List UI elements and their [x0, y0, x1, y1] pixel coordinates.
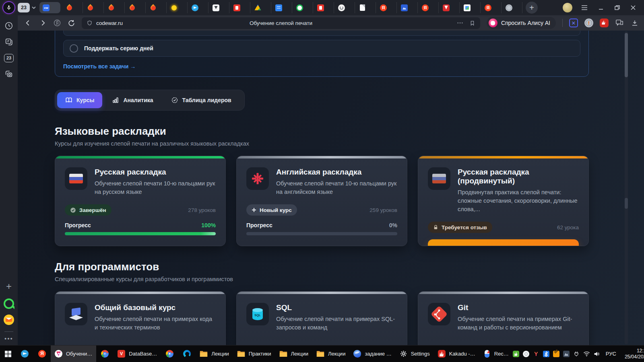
notes-icon[interactable]: [2, 35, 15, 48]
minimize-button[interactable]: [598, 5, 604, 10]
orange-tool-tray-icon[interactable]: [553, 351, 559, 357]
browser-tab[interactable]: [376, 2, 397, 13]
extension-kakadu-icon[interactable]: [600, 19, 609, 27]
flame-favicon-icon: [66, 4, 73, 11]
browser-tab[interactable]: [355, 2, 376, 13]
browser-tab[interactable]: [481, 2, 502, 13]
yandex-search-icon[interactable]: [53, 19, 61, 27]
extension-x-icon[interactable]: ✕: [569, 19, 578, 27]
history-icon[interactable]: [2, 19, 15, 32]
browser-tab[interactable]: [104, 2, 125, 13]
taskbar-app-database[interactable]: DataBase…: [114, 346, 161, 362]
white-ring-tray-icon[interactable]: [523, 351, 529, 357]
active-browser-tab[interactable]: cw: [39, 2, 60, 13]
browser-tab[interactable]: [188, 2, 208, 13]
plug-icon[interactable]: [573, 351, 580, 357]
browser-tab[interactable]: [313, 2, 334, 13]
all-tabs-icon[interactable]: 23: [2, 51, 15, 64]
ask-alice-button[interactable]: Спросить Алису AI: [487, 17, 556, 29]
browser-tab[interactable]: [125, 2, 146, 13]
address-bar[interactable]: codewar.ru Обучение слепой печати: [82, 17, 480, 29]
start-button[interactable]: [0, 346, 16, 362]
browser-tab[interactable]: [292, 2, 313, 13]
browser-tab[interactable]: [229, 2, 250, 13]
browser-tab[interactable]: [208, 2, 229, 13]
taskbar-app-assignment[interactable]: задание …: [349, 346, 395, 362]
taskbar-folder-lectures-1[interactable]: Лекции: [196, 346, 233, 362]
page-scrollbar[interactable]: [625, 31, 628, 344]
tab-counter[interactable]: 23: [18, 3, 30, 12]
side-panels-icon[interactable]: [615, 19, 624, 27]
taskbar-chrome[interactable]: [161, 346, 178, 362]
new-tab-button[interactable]: +: [526, 2, 538, 14]
task-item-clipped[interactable]: [63, 31, 580, 36]
bookmark-icon[interactable]: [469, 20, 475, 27]
task-radio[interactable]: [70, 44, 78, 53]
taskbar-c-swirl-app[interactable]: [178, 346, 196, 362]
sidebar-more-icon[interactable]: •••: [4, 335, 13, 342]
course-card-sql[interactable]: SQL SQL Обучение слепой печати на пример…: [236, 291, 407, 345]
browser-tab[interactable]: [250, 2, 271, 13]
wifi-icon[interactable]: [583, 351, 590, 357]
browser-tab[interactable]: [271, 2, 292, 13]
menu-icon[interactable]: [581, 5, 588, 10]
browser-tab[interactable]: [167, 2, 188, 13]
volume-icon[interactable]: [593, 351, 600, 357]
course-card-english[interactable]: Английская раскладка Обучение слепой печ…: [236, 156, 407, 246]
restore-button[interactable]: [614, 5, 620, 10]
task-item[interactable]: Поддержать серию дней: [63, 40, 580, 57]
tab-courses[interactable]: Курсы: [57, 92, 102, 108]
tab-leaderboard[interactable]: Таблица лидеров: [163, 92, 239, 108]
language-indicator[interactable]: РУС: [603, 351, 619, 357]
close-button[interactable]: [630, 5, 636, 10]
taskbar-folder-lectures-3[interactable]: Лекции: [312, 346, 349, 362]
forward-button[interactable]: [39, 19, 47, 27]
mail-icon[interactable]: [4, 315, 14, 325]
messenger-icon[interactable]: [4, 298, 14, 309]
tab-analytics[interactable]: Аналитика: [104, 92, 161, 108]
taskbar-app-recorder[interactable]: Rec…: [479, 346, 513, 362]
course-card-russian[interactable]: Русская раскладка Обучение слепой печати…: [55, 156, 226, 246]
yandex-y-tray-icon[interactable]: [533, 351, 539, 357]
back-button[interactable]: [24, 19, 32, 27]
chrome-icon: [166, 350, 173, 358]
taskbar-app-settings[interactable]: Settings: [396, 346, 434, 362]
chevron-down-icon[interactable]: [31, 5, 36, 10]
browser-tab[interactable]: [146, 2, 167, 13]
course-card-basic[interactable]: Общий базовый курс Обучение слепой печат…: [55, 291, 226, 345]
taskbar-folder-lectures-2[interactable]: Лекции: [275, 346, 312, 362]
reload-button[interactable]: [68, 19, 75, 27]
browser-tab[interactable]: [502, 2, 522, 13]
browser-tab[interactable]: [334, 2, 355, 13]
scrollbar-thumb[interactable]: [625, 33, 628, 77]
browser-tab[interactable]: [83, 2, 104, 13]
browser-tab[interactable]: [418, 2, 439, 13]
more-options-icon[interactable]: [456, 19, 464, 27]
taskbar-telegram[interactable]: [16, 346, 33, 362]
bluetooth-icon[interactable]: [543, 351, 549, 357]
downloads-icon[interactable]: [630, 19, 639, 27]
browser-logo[interactable]: [3, 2, 14, 13]
view-all-tasks-link[interactable]: Посмотреть все задачи →: [63, 63, 136, 70]
taskbar-clock[interactable]: 12:17 25/04/2026: [622, 348, 644, 360]
screenshot-icon[interactable]: [2, 68, 15, 80]
browser-tab[interactable]: [460, 2, 481, 13]
taskbar-app-browser[interactable]: Обучени…: [51, 346, 96, 362]
course-card-russian-advanced[interactable]: Русская раскладка (продвинутый) Продвину…: [418, 156, 589, 246]
browser-tab[interactable]: [397, 2, 418, 13]
profile-avatar[interactable]: [563, 3, 572, 12]
browser-tab[interactable]: [62, 2, 83, 13]
sidebar-add-button[interactable]: +: [6, 281, 12, 292]
taskbar-yandex[interactable]: [33, 346, 51, 362]
green-bird-tray-icon[interactable]: [513, 351, 519, 357]
photo-viewer-tray-icon[interactable]: [563, 351, 570, 357]
open-course-button[interactable]: Открыть курс: [428, 239, 579, 246]
taskbar-chrome-dark[interactable]: [96, 346, 114, 362]
gear-icon: [400, 350, 407, 358]
taskbar-app-kakadu[interactable]: Kakadu -…: [434, 346, 479, 362]
extension-globe-warning-icon[interactable]: [584, 19, 593, 27]
browser-tab[interactable]: [439, 2, 460, 13]
taskbar-folder-practices[interactable]: Практики: [233, 346, 275, 362]
course-card-git[interactable]: Git Обучение слепой печати на примерах G…: [418, 291, 589, 345]
folder-icon: [237, 350, 245, 357]
